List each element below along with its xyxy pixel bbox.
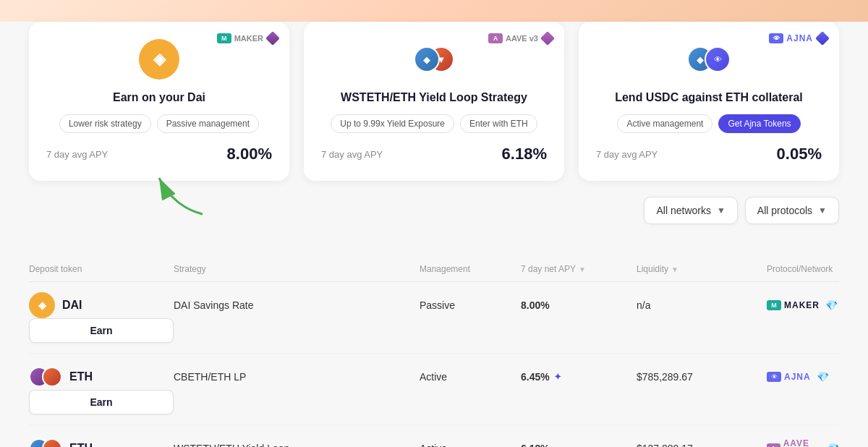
dai-token-name: DAI [62, 299, 82, 312]
maker-label: MAKER [234, 34, 263, 43]
eth2-aave-text: AAVE v3 [783, 438, 821, 447]
eth1-token-cell: ETH [29, 364, 174, 390]
ajna-label: AJNA [786, 33, 813, 43]
maker-diamond-icon [265, 31, 280, 46]
eth1-management: Active [420, 371, 521, 383]
network-filter-dropdown[interactable]: All networks ▼ [644, 197, 737, 224]
dai-apy-row: 7 day avg APY 8.00% [46, 145, 272, 163]
table-row: ETH CBETH/ETH LP Active 6.45% ✦ $785,289… [29, 354, 839, 425]
eth1-apy-cell: 6.45% ✦ [521, 371, 637, 383]
dai-protocol-cell: M MAKER 💎 [767, 299, 839, 311]
dai-icon-wrapper: ◈ [46, 39, 272, 80]
eth1-liquidity: $785,289.67 [637, 371, 767, 383]
table-header: Deposit token Strategy Management 7 day … [29, 257, 839, 282]
liquidity-sort-icon: ▼ [671, 265, 678, 273]
aave-icon: A [488, 33, 503, 43]
usdc-lend-card: 👁 AJNA ◆ 👁 Lend USDC against ETH collate… [579, 22, 839, 181]
dai-token-icon: ◈ [139, 39, 179, 80]
dai-earn-button[interactable]: Earn [29, 318, 174, 343]
maker-logo: M MAKER [217, 33, 263, 43]
cards-section: M MAKER ◈ Earn on your Dai Lower risk st… [0, 0, 868, 195]
eth2-management: Active [420, 443, 521, 447]
tag-get-ajna: Get Ajna Tokens [718, 114, 800, 133]
aave-logo: A AAVE v3 [488, 33, 538, 43]
dai-maker-logo: M MAKER [767, 300, 820, 310]
eth2-network-gem-icon: 💎 [827, 443, 839, 447]
wsteth-apy-row: 7 day avg APY 6.18% [321, 145, 547, 163]
table-row: ETH WSTETH/ETH Yield Loop Active 6.18% $… [29, 425, 839, 447]
ajna-icon: 👁 [769, 33, 783, 43]
usdc-eth-icon-wrapper: ◆ 👁 [596, 39, 822, 80]
th-liquidity[interactable]: Liquidity ▼ [637, 264, 767, 274]
usdc-apy-value: 0.05% [777, 145, 822, 163]
dai-token-cell: ◈ DAI [29, 292, 174, 318]
usdc-card-title: Lend USDC against ETH collateral [596, 91, 822, 104]
dai-strategy: DAI Savings Rate [174, 299, 420, 311]
protocol-filter-label: All protocols [757, 205, 812, 216]
tag-active-mgmt: Active management [617, 114, 712, 133]
dai-network-gem-icon: 💎 [825, 299, 838, 311]
dai-earn-card: M MAKER ◈ Earn on your Dai Lower risk st… [29, 22, 289, 181]
dai-maker-icon: M [767, 300, 781, 310]
aave-diamond-icon [540, 31, 555, 46]
eth2-apy-cell: 6.18% [521, 443, 637, 447]
dai-apy-cell: 8.00% [521, 299, 637, 311]
dai-card-tags: Lower risk strategy Passive management [46, 114, 272, 133]
eth1-network-gem-icon: 💎 [817, 371, 829, 383]
dai-card-title: Earn on your Dai [46, 91, 272, 104]
th-strategy: Strategy [174, 264, 420, 274]
tag-passive: Passive management [157, 114, 259, 133]
wsteth-dual-icon: ◆ ▼ [414, 39, 454, 80]
tag-yield-exposure: Up to 9.99x Yield Exposure [331, 114, 454, 133]
th-protocol: Protocol/Network [767, 264, 839, 274]
wsteth-icon-wrapper: ◆ ▼ [321, 39, 547, 80]
th-apy[interactable]: 7 day net APY ▼ [521, 264, 637, 274]
maker-icon: M [217, 33, 231, 43]
eth1-ajna-logo: 👁 AJNA [767, 372, 811, 382]
network-filter-label: All networks [656, 205, 710, 216]
eth1-earn-button[interactable]: Earn [29, 390, 174, 414]
wsteth-apy-label: 7 day avg APY [321, 149, 383, 160]
dai-management: Passive [420, 299, 521, 311]
aave-label: AAVE v3 [506, 34, 538, 43]
dai-apy-value: 8.00% [227, 145, 272, 163]
wsteth-card-title: WSTETH/ETH Yield Loop Strategy [321, 91, 547, 104]
eth1-row-icon [29, 364, 62, 390]
usdc-apy-row: 7 day avg APY 0.05% [596, 145, 822, 163]
maker-badge: M MAKER [217, 33, 278, 43]
aave-badge: A AAVE v3 [488, 33, 553, 43]
wsteth-apy-value: 6.18% [502, 145, 547, 163]
eth2-strategy: WSTETH/ETH Yield Loop [174, 443, 420, 447]
tag-enter-eth: Enter with ETH [460, 114, 537, 133]
eth1-ajna-icon: 👁 [767, 372, 781, 382]
eth2-liquidity: $127,880.17 [637, 443, 767, 447]
tag-lower-risk: Lower risk strategy [59, 114, 151, 133]
eth1-protocol-cell: 👁 AJNA 💎 [767, 371, 839, 383]
apy-sparkle-icon: ✦ [554, 372, 561, 382]
filters-section: All networks ▼ All protocols ▼ [644, 197, 839, 224]
apy-sort-icon: ▼ [579, 265, 586, 273]
dai-maker-text: MAKER [784, 300, 820, 310]
dai-apy-label: 7 day avg APY [46, 149, 108, 160]
cbeth-right-icon [42, 367, 62, 387]
wsteth-card-tags: Up to 9.99x Yield Exposure Enter with ET… [321, 114, 547, 133]
eth2-aave-icon: A [767, 443, 780, 447]
eth2-protocol-cell: A AAVE v3 💎 [767, 438, 839, 447]
eth1-token-name: ETH [69, 370, 93, 383]
ajna-badge: 👁 AJNA [769, 33, 827, 43]
page-wrapper: M MAKER ◈ Earn on your Dai Lower risk st… [0, 0, 868, 447]
green-arrow [145, 163, 224, 224]
eth2-token-name: ETH [69, 442, 93, 447]
eth-left-icon: ◆ [414, 46, 440, 72]
dai-liquidity: n/a [637, 299, 767, 311]
th-deposit-token: Deposit token [29, 264, 174, 274]
table-section: Deposit token Strategy Management 7 day … [29, 257, 839, 447]
dai-row-icon: ◈ [29, 292, 55, 318]
ajna-logo: 👁 AJNA [769, 33, 813, 43]
eth2-token-cell: ETH [29, 435, 174, 447]
protocol-filter-dropdown[interactable]: All protocols ▼ [745, 197, 839, 224]
eth2-row-icon [29, 435, 62, 447]
table-row: ◈ DAI DAI Savings Rate Passive 8.00% n/a… [29, 282, 839, 354]
usdc-eth-dual-icon: ◆ 👁 [687, 39, 731, 80]
usdc-apy-label: 7 day avg APY [596, 149, 658, 160]
